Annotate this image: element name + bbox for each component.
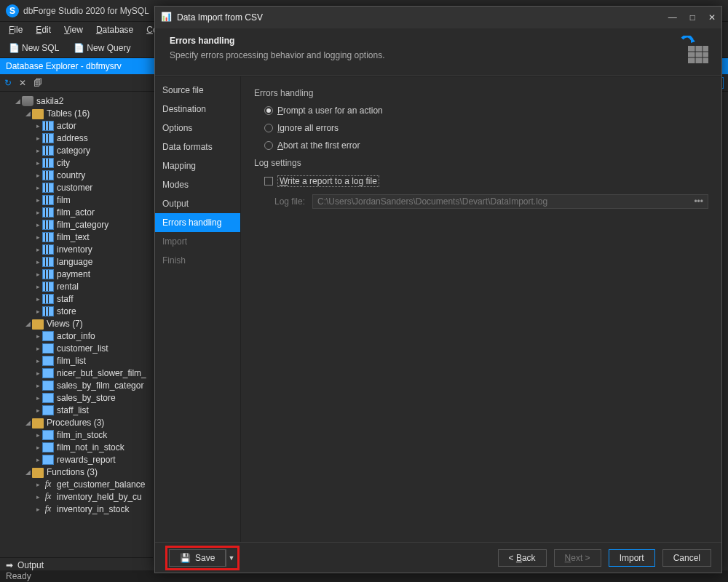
step-errors-handling[interactable]: Errors handling [155, 213, 240, 232]
check-label: rite a report to a log file [288, 176, 377, 186]
dialog-heading: Errors handling [170, 36, 678, 46]
tree-twisty-icon: ▸ [33, 283, 42, 290]
svg-rect-0 [688, 46, 708, 63]
save-button[interactable]: 💾 Save [169, 549, 226, 567]
dialog-titlebar: 📊 Data Import from CSV — □ ✕ [155, 7, 721, 28]
tree-view-sales_by_film_categor[interactable]: ▸sales_by_film_categor [0, 379, 153, 391]
tree-table-inventory[interactable]: ▸inventory [0, 243, 153, 255]
ic-table-icon [42, 294, 54, 304]
tree-table-film[interactable]: ▸film [0, 194, 153, 206]
menu-edit[interactable]: Edit [30, 23, 57, 36]
step-data-formats[interactable]: Data formats [155, 137, 240, 156]
tree-proc-film_in_stock[interactable]: ▸film_in_stock [0, 428, 153, 441]
tree-label: actor [57, 121, 76, 131]
back-button[interactable]: < Back [498, 549, 547, 567]
tree-twisty-icon: ▸ [33, 196, 42, 204]
menu-view[interactable]: View [58, 23, 89, 36]
tree-table-actor[interactable]: ▸actor [0, 119, 153, 132]
ic-table-icon [42, 220, 54, 230]
step-output[interactable]: Output [155, 194, 240, 213]
delete-icon[interactable]: ✕ [19, 78, 26, 88]
tree-label: address [57, 133, 88, 143]
tree-proc-film_not_in_stock[interactable]: ▸film_not_in_stock [0, 441, 153, 453]
tree-view-sales_by_store[interactable]: ▸sales_by_store [0, 391, 153, 404]
step-mapping[interactable]: Mapping [155, 156, 240, 175]
save-dropdown[interactable]: ▼ [226, 549, 236, 567]
tree-views-folder[interactable]: ◢Views (7) [0, 317, 153, 330]
radio-ignore-errors[interactable]: Ignore all errors [264, 123, 708, 133]
refresh-icon[interactable]: ↻ [4, 78, 12, 88]
tree-table-customer[interactable]: ▸customer [0, 181, 153, 194]
tree-table-category[interactable]: ▸category [0, 144, 153, 156]
app-logo-icon: S [6, 4, 19, 17]
tree-twisty-icon: ▸ [33, 382, 42, 389]
tree-func-get_customer_balance[interactable]: ▸fxget_customer_balance [0, 478, 153, 490]
radio-prompt-user[interactable]: Prompt a user for an action [264, 105, 708, 116]
check-write-log[interactable]: Write a report to a log file [264, 175, 708, 187]
copy-icon[interactable]: 🗐 [33, 78, 42, 88]
tree-label: inventory [57, 244, 92, 255]
tree-table-store[interactable]: ▸store [0, 305, 153, 317]
step-modes[interactable]: Modes [155, 175, 240, 194]
log-file-input[interactable]: C:\Users\JordanSanders\Documents\Devart\… [312, 194, 708, 209]
tree-func-inventory_in_stock[interactable]: ▸fxinventory_in_stock [0, 503, 153, 515]
tree-table-language[interactable]: ▸language [0, 255, 153, 268]
new-sql-button[interactable]: 📄New SQL [4, 41, 63, 55]
tree-twisty-icon: ▸ [33, 184, 42, 191]
menu-file[interactable]: File [3, 23, 28, 36]
ic-table-icon [42, 232, 54, 242]
tree-table-staff[interactable]: ▸staff [0, 292, 153, 305]
tree-twisty-icon: ◢ [13, 97, 22, 105]
ic-view-icon [42, 343, 54, 354]
tree-label: film_category [57, 220, 108, 230]
cancel-button[interactable]: Cancel [662, 549, 711, 567]
tree-procs-folder[interactable]: ◢Procedures (3) [0, 416, 153, 428]
radio-label: gnore all errors [280, 123, 339, 133]
tree-twisty-icon: ▸ [33, 332, 42, 340]
tree-db[interactable]: ◢sakila2 [0, 95, 153, 107]
tree-table-rental[interactable]: ▸rental [0, 280, 153, 292]
new-query-button[interactable]: 📄New Query [69, 41, 135, 55]
step-source-file[interactable]: Source file [155, 81, 240, 100]
ic-folder-icon [32, 468, 44, 478]
dialog-footer: 💾 Save ▼ < Back Next > Import Cancel [155, 542, 721, 573]
tree-view-customer_list[interactable]: ▸customer_list [0, 342, 153, 354]
next-button: Next > [554, 549, 601, 567]
tree-view-actor_info[interactable]: ▸actor_info [0, 330, 153, 342]
radio-icon [264, 141, 273, 150]
radio-abort-first[interactable]: Abort at the first error [264, 140, 708, 151]
tree-table-address[interactable]: ▸address [0, 132, 153, 144]
ic-table-icon [42, 158, 54, 168]
tree-proc-rewards_report[interactable]: ▸rewards_report [0, 453, 153, 466]
tree-tables-folder[interactable]: ◢Tables (16) [0, 107, 153, 119]
import-button[interactable]: Import [609, 549, 655, 567]
tree-twisty-icon: ◢ [23, 110, 32, 117]
tree-table-film_text[interactable]: ▸film_text [0, 231, 153, 243]
output-tab[interactable]: ➡ Output [0, 557, 153, 572]
dialog-minimize-icon[interactable]: — [668, 12, 677, 23]
dialog-close-icon[interactable]: ✕ [708, 12, 716, 23]
tree-func-inventory_held_by_cu[interactable]: ▸fxinventory_held_by_cu [0, 490, 153, 503]
tree-label: Procedures (3) [47, 418, 104, 428]
tree-table-film_category[interactable]: ▸film_category [0, 218, 153, 231]
tree-view-staff_list[interactable]: ▸staff_list [0, 404, 153, 416]
tree-twisty-icon: ▸ [33, 357, 42, 364]
tree-table-film_actor[interactable]: ▸film_actor [0, 206, 153, 218]
tree-table-payment[interactable]: ▸payment [0, 268, 153, 280]
dialog-maximize-icon[interactable]: □ [690, 12, 695, 23]
tree-label: film_text [57, 232, 90, 242]
step-options[interactable]: Options [155, 119, 240, 137]
tree-view-film_list[interactable]: ▸film_list [0, 354, 153, 367]
tree-twisty-icon: ▸ [33, 122, 42, 129]
tree-label: staff [57, 294, 73, 304]
tree-view-nicer_but_slower_film_[interactable]: ▸nicer_but_slower_film_ [0, 367, 153, 379]
tree-funcs-folder[interactable]: ◢Functions (3) [0, 466, 153, 478]
step-destination[interactable]: Destination [155, 100, 240, 119]
tree-twisty-icon: ▸ [33, 234, 42, 241]
menu-database[interactable]: Database [90, 23, 139, 36]
browse-icon[interactable]: ••• [694, 196, 703, 207]
tree-table-country[interactable]: ▸country [0, 169, 153, 181]
tree-table-city[interactable]: ▸city [0, 156, 153, 169]
db-explorer: ◢sakila2◢Tables (16)▸actor▸address▸categ… [0, 92, 153, 560]
log-group-label: Log settings [254, 158, 708, 168]
